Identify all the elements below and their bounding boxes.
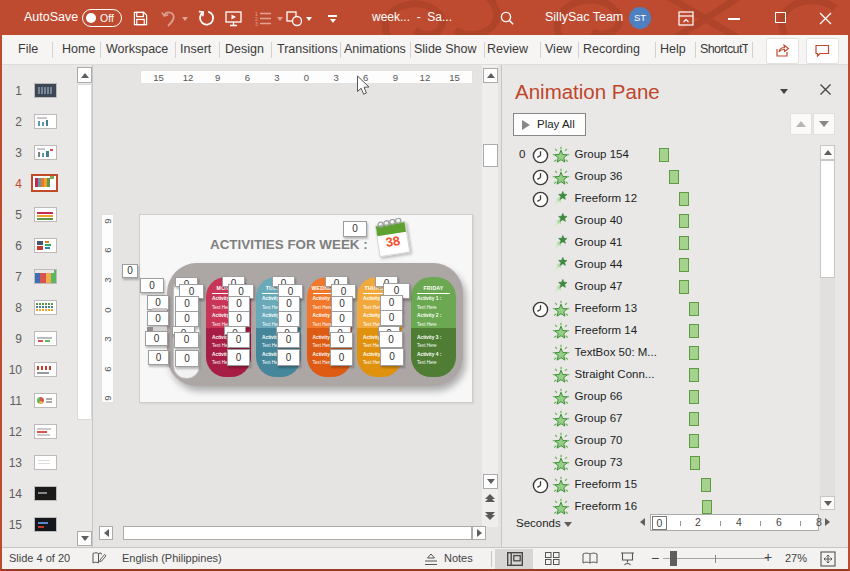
svg-text:3: 3 bbox=[255, 21, 258, 26]
